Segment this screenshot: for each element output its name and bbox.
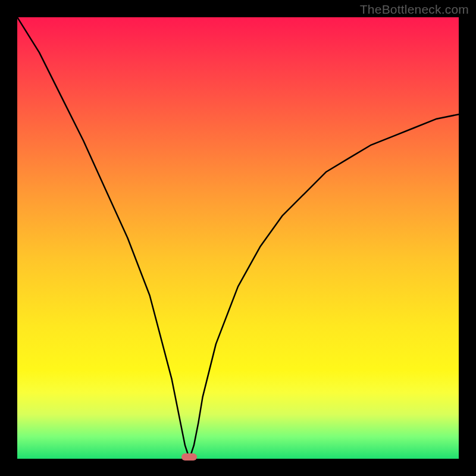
chart-frame: TheBottleneck.com [0, 0, 476, 476]
chart-background-gradient [17, 17, 459, 459]
watermark-text: TheBottleneck.com [360, 2, 469, 17]
bottleneck-curve [17, 17, 459, 459]
minimum-marker [181, 453, 197, 461]
